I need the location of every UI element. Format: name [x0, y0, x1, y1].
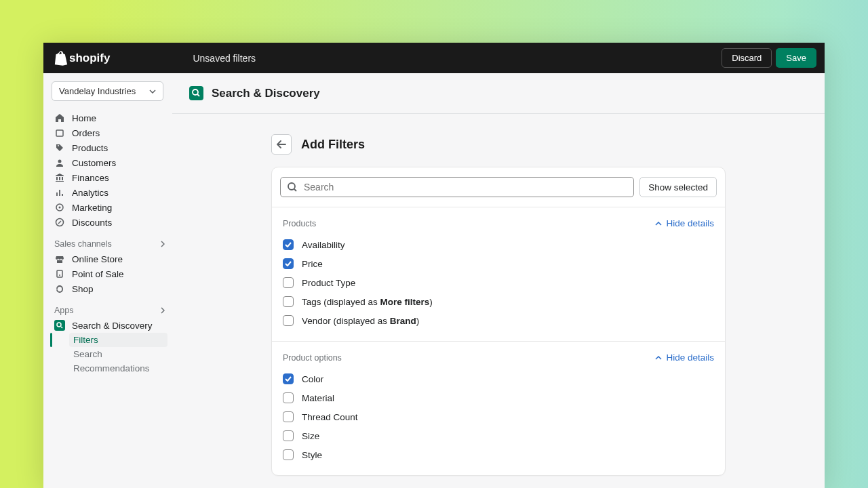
content: Add Filters Show selected Pro — [172, 114, 825, 488]
chevron-right-icon[interactable] — [161, 241, 165, 247]
search-wrap — [280, 177, 634, 197]
nav-label: Finances — [72, 173, 109, 183]
hide-details-link[interactable]: Hide details — [655, 352, 714, 363]
show-selected-button[interactable]: Show selected — [639, 177, 717, 197]
checkbox-icon[interactable] — [283, 411, 294, 422]
filters-card: Show selected Products Hide details Avai… — [271, 167, 726, 476]
checkbox-icon[interactable] — [283, 449, 294, 460]
filter-option[interactable]: Vendor (displayed as Brand) — [283, 311, 714, 330]
nav-home[interactable]: Home — [52, 110, 167, 125]
caret-down-icon — [149, 89, 156, 94]
nav-label: Marketing — [72, 203, 112, 213]
checkbox-icon[interactable] — [283, 430, 294, 441]
section-products: Products Hide details AvailabilityPriceP… — [272, 207, 725, 341]
option-label: Style — [302, 450, 322, 460]
chevron-up-icon — [655, 356, 662, 360]
app-frame: shopify Unsaved filters Discard Save Van… — [43, 43, 825, 488]
filter-option[interactable]: Size — [283, 426, 714, 445]
checkbox-icon[interactable] — [283, 296, 294, 307]
nav-analytics[interactable]: Analytics — [52, 185, 167, 200]
nav-pos[interactable]: Point of Sale — [52, 266, 167, 281]
nav-label: Products — [72, 143, 108, 153]
subnav-recommendations[interactable]: Recommendations — [69, 361, 167, 375]
person-icon — [54, 157, 65, 168]
filter-option[interactable]: Style — [283, 445, 714, 464]
filter-option[interactable]: Material — [283, 388, 714, 407]
filter-option[interactable]: Thread Count — [283, 407, 714, 426]
sales-nav: Online Store Point of Sale Shop — [52, 251, 167, 296]
nav-shop[interactable]: Shop — [52, 281, 167, 296]
option-label: Product Type — [302, 278, 355, 288]
discard-button[interactable]: Discard — [722, 48, 772, 68]
svg-rect-5 — [57, 270, 62, 277]
filter-option[interactable]: Product Type — [283, 273, 714, 292]
page: Add Filters Show selected Pro — [271, 134, 726, 476]
nav-marketing[interactable]: Marketing — [52, 200, 167, 215]
target-icon — [54, 202, 65, 213]
brand-text: shopify — [69, 52, 110, 65]
option-label: Thread Count — [302, 412, 358, 422]
card-toolbar: Show selected — [272, 167, 725, 207]
section-title: Products — [283, 219, 316, 228]
hide-details-label: Hide details — [666, 352, 714, 363]
app-title: Search & Discovery — [212, 87, 320, 100]
option-label: Size — [302, 431, 319, 441]
shop-icon — [54, 283, 65, 294]
checkbox-icon[interactable] — [283, 373, 294, 384]
search-icon — [287, 182, 298, 192]
main-header: Search & Discovery — [172, 73, 825, 114]
sidebar: Vandelay Industries Home Orders Products… — [43, 73, 172, 488]
svg-point-8 — [193, 89, 198, 95]
hide-details-link[interactable]: Hide details — [655, 218, 714, 228]
primary-nav: Home Orders Products Customers Finances … — [52, 110, 167, 230]
back-button[interactable] — [271, 134, 292, 155]
nav-label: Customers — [72, 158, 116, 168]
nav-label: Shop — [72, 284, 94, 294]
nav-label: Home — [72, 113, 96, 123]
app-search-discovery[interactable]: Search & Discovery — [52, 318, 167, 333]
nav-products[interactable]: Products — [52, 140, 167, 155]
sales-channels-header: Sales channels — [52, 230, 167, 251]
tag-icon — [54, 142, 65, 153]
filter-option[interactable]: Price — [283, 254, 714, 273]
option-label: Color — [302, 374, 323, 384]
checkbox-icon[interactable] — [283, 258, 294, 269]
app-label: Search & Discovery — [72, 321, 153, 331]
pos-icon — [54, 268, 65, 279]
checkbox-icon[interactable] — [283, 277, 294, 288]
section-header: Products Hide details — [283, 214, 714, 231]
product-options-list: ColorMaterialThread CountSizeStyle — [283, 369, 714, 464]
svg-point-9 — [288, 183, 295, 190]
filter-option[interactable]: Availability — [283, 235, 714, 254]
filter-option[interactable]: Color — [283, 369, 714, 388]
products-options: AvailabilityPriceProduct TypeTags (displ… — [283, 235, 714, 330]
checkbox-icon[interactable] — [283, 392, 294, 403]
topbar-actions: Discard Save — [722, 48, 816, 68]
shopify-bag-icon — [54, 51, 68, 66]
shopify-logo: shopify — [54, 51, 110, 66]
svg-rect-0 — [56, 130, 63, 136]
nav-customers[interactable]: Customers — [52, 155, 167, 170]
orders-icon — [54, 127, 65, 138]
chevron-right-icon[interactable] — [161, 307, 165, 314]
nav-orders[interactable]: Orders — [52, 125, 167, 140]
filter-option[interactable]: Tags (displayed as More filters) — [283, 292, 714, 311]
subnav-filters[interactable]: Filters — [69, 333, 167, 347]
nav-finances[interactable]: Finances — [52, 170, 167, 185]
search-discovery-icon — [189, 86, 203, 100]
nav-online-store[interactable]: Online Store — [52, 251, 167, 266]
checkbox-icon[interactable] — [283, 315, 294, 326]
save-button[interactable]: Save — [776, 48, 816, 68]
option-label: Vendor (displayed as Brand) — [302, 316, 419, 326]
search-input[interactable] — [280, 177, 634, 197]
nav-label: Orders — [72, 128, 100, 138]
topbar: shopify Unsaved filters Discard Save — [43, 43, 825, 73]
section-header: Product options Hide details — [283, 348, 714, 365]
hide-details-label: Hide details — [666, 218, 714, 228]
bank-icon — [54, 172, 65, 183]
subnav-search[interactable]: Search — [69, 347, 167, 361]
checkbox-icon[interactable] — [283, 239, 294, 250]
nav-discounts[interactable]: Discounts — [52, 215, 167, 230]
body: Vandelay Industries Home Orders Products… — [43, 73, 825, 488]
store-selector[interactable]: Vandelay Industries — [52, 81, 163, 101]
